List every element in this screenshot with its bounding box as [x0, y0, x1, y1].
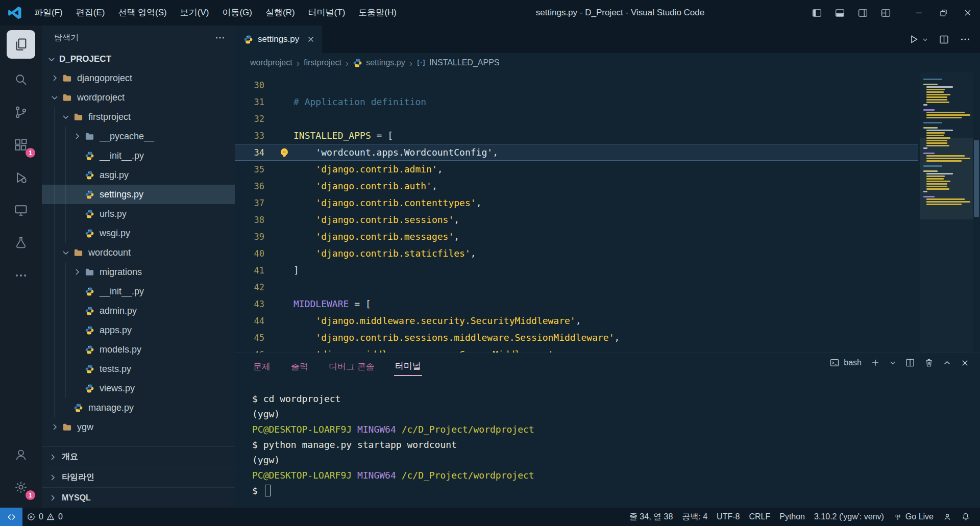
minimap[interactable]: [920, 72, 973, 353]
section-mysql[interactable]: MYSQL: [42, 487, 235, 508]
indentation[interactable]: 공백: 4: [677, 508, 712, 526]
tree-file-tests.py[interactable]: tests.py: [42, 359, 235, 379]
tree-file-wsgi.py[interactable]: wsgi.py: [42, 223, 235, 243]
activity-settings[interactable]: 1: [0, 471, 42, 504]
terminal-output[interactable]: $ cd wordproject(ygw)PC@DESKTOP-LOARF9J …: [235, 379, 980, 508]
shell-picker[interactable]: bash: [829, 358, 862, 368]
lightbulb-icon[interactable]: [279, 147, 290, 158]
tree-folder-wordproject[interactable]: wordproject: [42, 88, 235, 107]
activity-testing[interactable]: [0, 227, 42, 259]
tree-file-settings.py[interactable]: settings.py: [42, 185, 235, 204]
panel-tab-output[interactable]: 출력: [290, 357, 309, 375]
kill-terminal-icon[interactable]: [924, 358, 934, 368]
tree-item-label: firstproject: [88, 112, 131, 122]
close-tab-icon[interactable]: [306, 35, 315, 44]
menu-terminal[interactable]: 터미널(T): [302, 0, 352, 26]
tree-folder-firstproject[interactable]: firstproject: [42, 107, 235, 127]
tree-file-manage.py[interactable]: manage.py: [42, 398, 235, 417]
eol-sequence[interactable]: CRLF: [744, 508, 775, 526]
explorer-sidebar: 탐색기 D_PROJECT djangoprojectwordprojectfi…: [42, 26, 235, 508]
activity-accounts[interactable]: [0, 438, 42, 471]
restore-button[interactable]: [931, 0, 955, 26]
menu-help[interactable]: 도움말(H): [352, 0, 403, 26]
customize-layout-icon[interactable]: [880, 8, 891, 18]
menu-view[interactable]: 보기(V): [174, 0, 216, 26]
tree-file-apps.py[interactable]: apps.py: [42, 320, 235, 340]
remote-indicator[interactable]: [0, 508, 22, 526]
explorer-more-actions-icon[interactable]: [214, 32, 226, 43]
tree-file-admin.py[interactable]: admin.py: [42, 301, 235, 320]
encoding[interactable]: UTF-8: [712, 508, 744, 526]
code-text: 'django.contrib.contenttypes',: [278, 197, 481, 208]
notifications-bell-icon[interactable]: [957, 508, 975, 526]
split-terminal-icon[interactable]: [905, 358, 915, 368]
go-live[interactable]: Go Live: [889, 508, 938, 526]
activity-remote-explorer[interactable]: [0, 194, 42, 227]
line-number: 37: [235, 198, 278, 208]
problems-status[interactable]: 0 0: [22, 508, 67, 526]
maximize-panel-icon[interactable]: [943, 359, 951, 367]
tree-folder-ygw[interactable]: ygw: [42, 417, 235, 437]
code-text: 'django.contrib.auth',: [278, 181, 437, 191]
code-editor[interactable]: 3031# Application definition3233INSTALLE…: [235, 72, 980, 353]
menu-go[interactable]: 이동(G): [215, 0, 259, 26]
run-python-file-button[interactable]: [908, 34, 928, 45]
toggle-panel-icon[interactable]: [835, 8, 845, 18]
breadcrumb-wordproject[interactable]: wordproject: [250, 58, 292, 67]
editor-more-actions-icon[interactable]: [960, 34, 971, 45]
tree-file-models.py[interactable]: models.py: [42, 340, 235, 359]
menu-selection[interactable]: 선택 영역(S): [111, 0, 173, 26]
feedback-icon[interactable]: [938, 508, 957, 526]
extensions-badge: 1: [26, 148, 35, 158]
activity-extensions[interactable]: 1: [0, 129, 42, 161]
language-mode[interactable]: Python: [775, 508, 810, 526]
breadcrumb-installed-apps[interactable]: INSTALLED_APPS: [416, 58, 500, 67]
tree-folder-__pycache__[interactable]: __pycache__: [42, 127, 235, 146]
activity-source-control[interactable]: [0, 96, 42, 129]
activity-explorer[interactable]: [0, 26, 42, 63]
tree-folder-djangoproject[interactable]: djangoproject: [42, 68, 235, 88]
close-window-button[interactable]: [955, 0, 980, 26]
panel-tab-problems[interactable]: 문제: [252, 357, 272, 375]
tree-folder-wordcount[interactable]: wordcount: [42, 243, 235, 262]
tree-file-__init__.py[interactable]: __init__.py: [42, 146, 235, 165]
panel-tab-terminal[interactable]: 터미널: [394, 356, 422, 376]
breadcrumb-firstproject[interactable]: firstproject: [304, 58, 341, 67]
activity-run-debug[interactable]: [0, 161, 42, 194]
menu-file[interactable]: 파일(F): [28, 0, 69, 26]
chevron-right-icon: [47, 453, 58, 461]
activity-more[interactable]: [0, 259, 42, 292]
breadcrumb-settings-py[interactable]: settings.py: [353, 58, 405, 68]
split-editor-icon[interactable]: [939, 34, 949, 45]
tree-item-label: ygw: [77, 422, 93, 433]
cursor-position[interactable]: 줄 34, 열 38: [625, 508, 677, 526]
project-root-header[interactable]: D_PROJECT: [42, 50, 235, 68]
toggle-secondary-sidebar-icon[interactable]: [857, 8, 868, 18]
activity-search[interactable]: [0, 63, 42, 96]
editor-scrollbar[interactable]: [973, 72, 980, 353]
tree-item-label: wordproject: [77, 92, 125, 103]
minimize-button[interactable]: [906, 0, 931, 26]
code-text: ]: [278, 265, 299, 275]
python-interpreter[interactable]: 3.10.2 ('ygw': venv): [810, 508, 889, 526]
terminal-dropdown-icon[interactable]: [889, 359, 896, 366]
python-file-icon: [83, 325, 96, 335]
menu-edit[interactable]: 편집(E): [69, 0, 112, 26]
tree-file-urls.py[interactable]: urls.py: [42, 204, 235, 223]
terminal-line-6: $: [252, 483, 980, 498]
tab-settings-py[interactable]: settings.py: [235, 26, 322, 53]
menu-run[interactable]: 실행(R): [259, 0, 302, 26]
tree-file-__init__.py[interactable]: __init__.py: [42, 282, 235, 301]
scrollbar-thumb[interactable]: [974, 140, 979, 217]
code-text: # Application definition: [278, 96, 426, 107]
tree-file-views.py[interactable]: views.py: [42, 379, 235, 398]
chevron-down-icon: [60, 113, 71, 121]
close-panel-icon[interactable]: [960, 358, 970, 368]
section-outline[interactable]: 개요: [42, 446, 235, 467]
panel-tab-debug-console[interactable]: 디버그 콘솔: [328, 357, 376, 375]
tree-folder-migrations[interactable]: migrations: [42, 262, 235, 282]
tree-file-asgi.py[interactable]: asgi.py: [42, 165, 235, 185]
section-timeline[interactable]: 타임라인: [42, 467, 235, 487]
new-terminal-icon[interactable]: [870, 358, 880, 368]
tree-item-label: __init__.py: [100, 151, 144, 161]
